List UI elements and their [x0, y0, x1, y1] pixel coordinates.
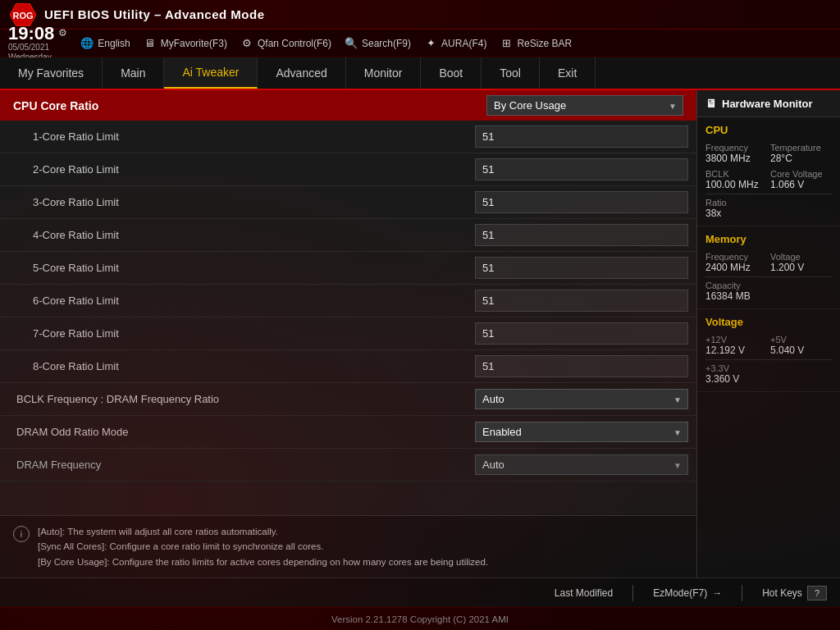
table-row: 3-Core Ratio Limit — [0, 186, 696, 219]
footer-divider-2 — [742, 585, 742, 601]
myfavorite-label: MyFavorite(F3) — [161, 38, 227, 49]
resize-icon: ⊞ — [500, 37, 513, 50]
search-button[interactable]: 🔍 Search(F9) — [345, 37, 411, 50]
search-label: Search(F9) — [362, 38, 411, 49]
aura-button[interactable]: ✦ AURA(F4) — [424, 37, 486, 50]
table-row: 2-Core Ratio Limit — [0, 153, 696, 186]
hot-keys-label: Hot Keys — [762, 587, 802, 599]
dram-odd-label: DRAM Odd Ratio Mode — [0, 426, 475, 438]
nav-advanced[interactable]: Advanced — [258, 57, 345, 89]
3core-label: 3-Core Ratio Limit — [0, 196, 475, 208]
table-row: 6-Core Ratio Limit — [0, 285, 696, 317]
cpu-core-ratio-dropdown[interactable]: By Core Usage Auto Sync All Cores — [486, 95, 683, 116]
7core-value-wrapper — [475, 322, 688, 345]
8core-input[interactable] — [475, 355, 688, 377]
2core-value-wrapper — [475, 158, 688, 180]
bclk-dropdown[interactable]: Auto 100:133 100:200 — [475, 389, 688, 409]
ez-mode-label: EzMode(F7) — [653, 587, 707, 599]
info-line-3: [By Core Usage]: Configure the ratio lim… — [38, 555, 488, 569]
hw-monitor-header: 🖥 Hardware Monitor — [697, 90, 840, 117]
hw-memory-title: Memory — [705, 233, 832, 245]
nav-tool[interactable]: Tool — [482, 57, 540, 89]
content-area: CPU Core Ratio By Core Usage Auto Sync A… — [0, 90, 840, 578]
hw-cpu-section: CPU Frequency 3800 MHz Temperature 28°C … — [697, 117, 840, 226]
hw-memory-grid: Frequency 2400 MHz Voltage 1.200 V — [705, 252, 832, 273]
hw-capacity-item: Capacity 16384 MB — [705, 281, 832, 302]
hw-item: Temperature 28°C — [770, 143, 832, 164]
info-line-2: [Sync All Cores]: Configure a core ratio… — [38, 539, 488, 554]
2core-input[interactable] — [475, 158, 688, 180]
nav-monitor[interactable]: Monitor — [346, 57, 422, 89]
8core-value-wrapper — [475, 355, 688, 377]
hw-v33-item: +3.3V 3.360 V — [705, 363, 832, 385]
resizebar-label: ReSize BAR — [517, 38, 572, 49]
hw-monitor-panel: 🖥 Hardware Monitor CPU Frequency 3800 MH… — [696, 90, 840, 578]
title-bar-text: UEFI BIOS Utility – Advanced Mode — [44, 7, 264, 21]
info-text: [Auto]: The system will adjust all core … — [38, 524, 488, 569]
version-bar: Version 2.21.1278 Copyright (C) 2021 AMI — [0, 607, 840, 630]
question-mark-button[interactable]: ? — [807, 586, 827, 600]
1core-input[interactable] — [475, 126, 688, 148]
monitor-icon: 🖥 — [144, 37, 157, 50]
language-selector[interactable]: 🌐 English — [80, 37, 130, 50]
hw-item: Voltage 1.200 V — [770, 252, 832, 273]
nav-ai-tweaker[interactable]: Ai Tweaker — [164, 57, 258, 89]
dram-odd-dropdown-wrapper: Enabled Disabled — [475, 422, 688, 442]
3core-input[interactable] — [475, 191, 688, 213]
6core-input[interactable] — [475, 290, 688, 312]
4core-value-wrapper — [475, 224, 688, 246]
nav-main[interactable]: Main — [103, 57, 164, 89]
2core-label: 2-Core Ratio Limit — [0, 163, 475, 176]
hw-ratio-item: Ratio 38x — [705, 198, 832, 219]
hw-item: +12V 12.192 V — [705, 335, 767, 356]
hw-item: Core Voltage 1.066 V — [770, 169, 832, 190]
section-header: CPU Core Ratio By Core Usage Auto Sync A… — [0, 90, 696, 121]
1core-label: 1-Core Ratio Limit — [0, 130, 475, 143]
nav-exit[interactable]: Exit — [540, 57, 596, 89]
last-modified-item[interactable]: Last Modified — [555, 587, 613, 599]
bclk-label: BCLK Frequency : DRAM Frequency Ratio — [0, 393, 475, 405]
info-line-1: [Auto]: The system will adjust all core … — [38, 524, 488, 539]
dram-freq-label: DRAM Frequency — [0, 459, 475, 471]
table-row: BCLK Frequency : DRAM Frequency Ratio Au… — [0, 383, 696, 416]
datetime-block: 19:08 ⚙ 05/05/2021 Wednesday — [8, 25, 67, 62]
table-row: 1-Core Ratio Limit — [0, 121, 696, 153]
aura-label: AURA(F4) — [441, 38, 486, 49]
5core-input[interactable] — [475, 257, 688, 279]
hw-item: BCLK 100.00 MHz — [705, 169, 767, 190]
myfavorite-button[interactable]: 🖥 MyFavorite(F3) — [144, 37, 227, 50]
hw-item: Frequency 3800 MHz — [705, 143, 767, 164]
4core-input[interactable] — [475, 224, 688, 246]
dram-odd-dropdown[interactable]: Enabled Disabled — [475, 422, 688, 442]
hw-cpu-title: CPU — [705, 124, 832, 136]
table-row: 4-Core Ratio Limit — [0, 219, 696, 252]
5core-label: 5-Core Ratio Limit — [0, 262, 475, 274]
table-row: DRAM Frequency Auto — [0, 449, 696, 482]
aura-icon: ✦ — [424, 37, 437, 50]
search-icon: 🔍 — [345, 37, 358, 50]
footer: Last Modified EzMode(F7) → Hot Keys ? — [0, 578, 840, 607]
nav-menu: My Favorites Main Ai Tweaker Advanced Mo… — [0, 57, 840, 90]
7core-input[interactable] — [475, 322, 688, 345]
qfan-button[interactable]: ⚙ Qfan Control(F6) — [240, 37, 331, 50]
6core-value-wrapper — [475, 290, 688, 312]
settings-list: 1-Core Ratio Limit 2-Core Ratio Limit 3-… — [0, 121, 696, 515]
hot-keys-button[interactable]: Hot Keys ? — [762, 586, 827, 600]
nav-boot[interactable]: Boot — [421, 57, 482, 89]
ez-mode-button[interactable]: EzMode(F7) → — [653, 587, 722, 599]
resizebar-button[interactable]: ⊞ ReSize BAR — [500, 37, 572, 50]
last-modified-label: Last Modified — [555, 587, 613, 599]
version-text: Version 2.21.1278 Copyright (C) 2021 AMI — [331, 614, 509, 624]
3core-value-wrapper — [475, 191, 688, 213]
qfan-label: Qfan Control(F6) — [258, 38, 331, 49]
table-row: 5-Core Ratio Limit — [0, 252, 696, 285]
8core-label: 8-Core Ratio Limit — [0, 360, 475, 372]
hw-monitor-title: Hardware Monitor — [722, 98, 813, 110]
settings-icon[interactable]: ⚙ — [58, 27, 67, 39]
hw-voltage-title: Voltage — [705, 316, 832, 328]
dram-freq-dropdown[interactable]: Auto — [475, 454, 688, 475]
hw-voltage-section: Voltage +12V 12.192 V +5V 5.040 V +3.3V … — [697, 309, 840, 392]
nav-my-favorites[interactable]: My Favorites — [0, 57, 103, 89]
section-header-label: CPU Core Ratio — [13, 99, 98, 112]
svg-text:ROG: ROG — [12, 11, 33, 21]
